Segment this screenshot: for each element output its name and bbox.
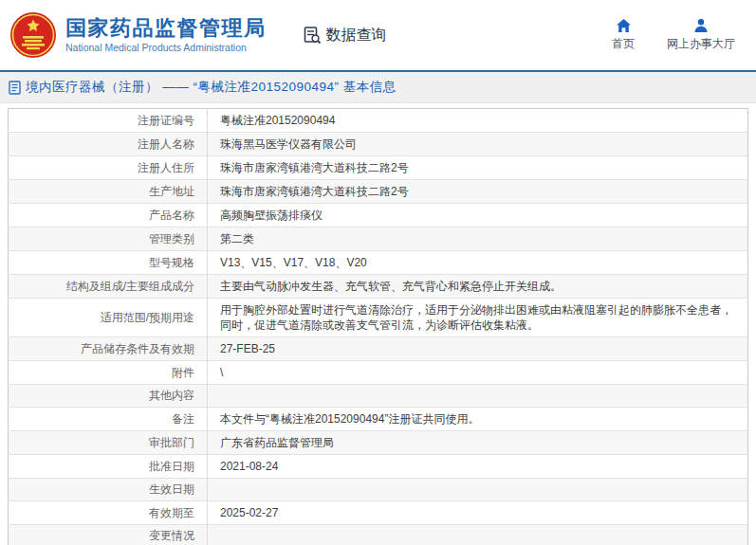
row-value: V13、V15、V17、V18、V20: [220, 256, 367, 269]
row-value-cell: [208, 525, 748, 545]
table-row: 产品名称 高频胸壁振荡排痰仪: [9, 204, 748, 227]
org-names: 国家药品监督管理局 National Medical Products Admi…: [65, 16, 267, 55]
table-row: 注册证编号 粤械注准20152090494: [9, 109, 748, 133]
table-row: 其他内容: [9, 385, 748, 408]
logo-block: 国家药品监督管理局 National Medical Products Admi…: [9, 11, 267, 59]
row-label-cell: 注册证编号: [9, 109, 208, 133]
row-value: 高频胸壁振荡排痰仪: [220, 209, 323, 222]
table-row: 注册人名称 珠海黑马医学仪器有限公司: [9, 133, 748, 156]
info-table-body: 注册证编号 粤械注准20152090494 注册人名称 珠海黑马医学仪器有限公司…: [9, 109, 748, 545]
row-value: 主要由气动脉冲发生器、充气软管、充气背心和紧急停止开关组成。: [220, 280, 562, 293]
row-label-cell: 产品储存条件及有效期: [9, 337, 208, 361]
row-label: 审批部门: [149, 436, 194, 449]
data-query-title: 数据查询: [303, 26, 387, 45]
row-label-cell: 结构及组成/主要组成成分: [9, 275, 208, 299]
row-label-cell: 变更情况: [9, 525, 208, 545]
row-label-cell: 注册人名称: [9, 133, 208, 156]
row-label-cell: 其他内容: [9, 385, 208, 408]
row-value: 2021-08-24: [220, 460, 278, 473]
row-label-cell: 管理类别: [9, 227, 208, 251]
nav-home-label: 首页: [612, 36, 635, 52]
table-row: 型号规格 V13、V15、V17、V18、V20: [9, 251, 748, 275]
row-label-cell: 有效期至: [9, 501, 208, 525]
row-value: 2025-02-27: [220, 506, 278, 519]
table-row: 变更情况: [9, 525, 748, 545]
row-value-cell: 27-FEB-25: [208, 337, 748, 361]
row-label: 适用范围/预期用途: [101, 311, 194, 324]
row-value-cell: 高频胸壁振荡排痰仪: [208, 204, 748, 227]
home-icon: [616, 18, 632, 33]
table-row: 管理类别 第二类: [9, 227, 748, 251]
table-row: 适用范围/预期用途 用于胸腔外部处置时进行气道清除治疗，适用于分泌物排出困难或由…: [9, 299, 748, 337]
row-value-cell: 珠海市唐家湾镇港湾大道科技二路2号: [208, 156, 748, 180]
table-row: 生产地址 珠海市唐家湾镇港湾大道科技二路2号: [9, 180, 748, 204]
row-value-cell: [208, 479, 748, 501]
row-value: 珠海黑马医学仪器有限公司: [220, 137, 357, 151]
org-name-en: National Medical Products Administration: [65, 41, 267, 55]
row-label: 有效期至: [149, 506, 194, 519]
document-search-icon: [303, 26, 322, 45]
breadcrumb-bar: 境内医疗器械（注册） —— “粤械注准20152090494” 基本信息: [0, 72, 756, 103]
nav-item-home[interactable]: 首页: [612, 18, 635, 52]
row-label-cell: 适用范围/预期用途: [9, 299, 208, 337]
page-title: 境内医疗器械（注册） —— “粤械注准20152090494” 基本信息: [26, 79, 396, 96]
row-value-cell: 广东省药品监督管理局: [208, 431, 748, 455]
row-label-cell: 产品名称: [9, 204, 208, 227]
row-label: 变更情况: [149, 529, 194, 542]
row-label: 其他内容: [149, 389, 194, 402]
table-row: 附件 \: [9, 361, 748, 385]
row-value-cell: 珠海市唐家湾镇港湾大道科技二路2号: [208, 180, 748, 204]
header-nav: 首页 网上办事大厅: [612, 18, 743, 52]
row-label: 结构及组成/主要组成成分: [66, 280, 194, 293]
table-row: 结构及组成/主要组成成分 主要由气动脉冲发生器、充气软管、充气背心和紧急停止开关…: [9, 275, 748, 299]
row-value: 第二类: [220, 232, 254, 245]
row-label: 批准日期: [149, 460, 194, 473]
row-value: 27-FEB-25: [220, 342, 275, 355]
row-value-cell: 2021-08-24: [208, 455, 748, 479]
row-label: 生产地址: [149, 185, 194, 198]
row-value-cell: 主要由气动脉冲发生器、充气软管、充气背心和紧急停止开关组成。: [208, 275, 748, 299]
table-row: 批准日期 2021-08-24: [9, 455, 748, 479]
row-value-cell: 2025-02-27: [208, 501, 748, 525]
row-label-cell: 备注: [9, 408, 208, 431]
row-value: 珠海市唐家湾镇港湾大道科技二路2号: [220, 185, 409, 198]
row-label: 注册人名称: [138, 137, 194, 151]
registration-info-table: 注册证编号 粤械注准20152090494 注册人名称 珠海黑马医学仪器有限公司…: [8, 108, 748, 545]
row-value: 粤械注准20152090494: [220, 114, 335, 127]
row-label-cell: 附件: [9, 361, 208, 385]
row-value-cell: 珠海黑马医学仪器有限公司: [208, 133, 748, 156]
row-value: 广东省药品监督管理局: [220, 436, 334, 449]
table-row: 审批部门 广东省药品监督管理局: [9, 431, 748, 455]
row-value: 本文件与“粤械注准20152090494”注册证共同使用。: [220, 412, 479, 426]
row-label-cell: 生效日期: [9, 479, 208, 501]
table-row: 备注 本文件与“粤械注准20152090494”注册证共同使用。: [9, 408, 748, 431]
row-label: 注册证编号: [138, 114, 194, 127]
row-value-cell: 本文件与“粤械注准20152090494”注册证共同使用。: [208, 408, 748, 431]
row-value-cell: 第二类: [208, 227, 748, 251]
row-label: 型号规格: [149, 256, 194, 269]
row-label-cell: 注册人住所: [9, 156, 208, 180]
nav-item-service-hall[interactable]: 网上办事大厅: [667, 18, 735, 52]
row-label: 生效日期: [149, 482, 194, 496]
row-label: 产品名称: [149, 209, 194, 222]
org-name-cn: 国家药品监督管理局: [65, 16, 267, 41]
row-value-cell: 粤械注准20152090494: [208, 109, 748, 133]
row-value: 用于胸腔外部处置时进行气道清除治疗，适用于分泌物排出困难或由粘液阻塞引起的肺膨胀…: [220, 303, 732, 332]
row-label-cell: 生产地址: [9, 180, 208, 204]
row-label-cell: 审批部门: [9, 431, 208, 455]
row-label-cell: 批准日期: [9, 455, 208, 479]
row-value: \: [220, 366, 223, 379]
page-header: 国家药品监督管理局 National Medical Products Admi…: [0, 0, 756, 70]
row-value-cell: [208, 385, 748, 408]
nav-service-hall-label: 网上办事大厅: [667, 36, 735, 52]
table-row: 注册人住所 珠海市唐家湾镇港湾大道科技二路2号: [9, 156, 748, 180]
row-label: 附件: [172, 366, 194, 379]
row-label: 备注: [172, 412, 194, 426]
national-emblem-logo: [9, 11, 57, 59]
user-icon: [693, 18, 709, 33]
row-label: 管理类别: [149, 232, 194, 245]
table-row: 生效日期: [9, 479, 748, 501]
row-label-cell: 型号规格: [9, 251, 208, 275]
row-label: 产品储存条件及有效期: [81, 342, 194, 355]
table-row: 有效期至 2025-02-27: [9, 501, 748, 525]
